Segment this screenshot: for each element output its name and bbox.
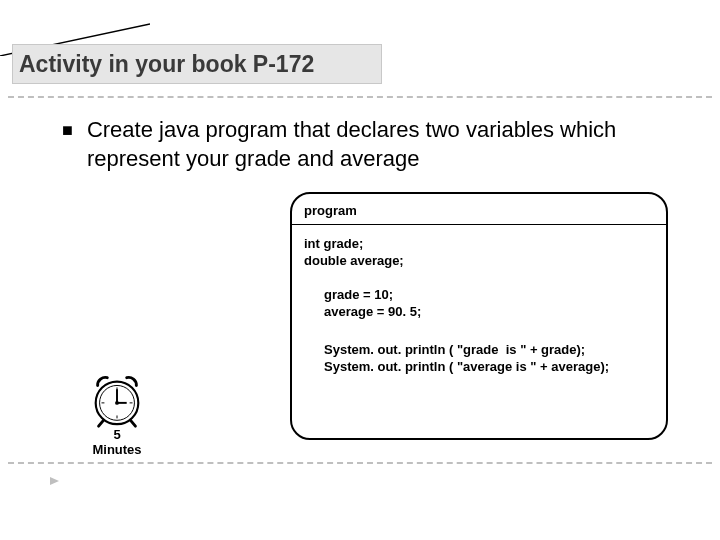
slide-title: Activity in your book P-172 xyxy=(19,51,314,78)
svg-point-5 xyxy=(115,401,119,405)
bullet-item: ■ Create java program that declares two … xyxy=(62,116,680,173)
code-print2: System. out. println ( "average is " + a… xyxy=(304,358,654,376)
divider-bottom xyxy=(8,462,712,464)
svg-line-6 xyxy=(99,420,104,426)
svg-marker-12 xyxy=(50,477,59,485)
code-decl1: int grade; xyxy=(304,235,654,253)
timer-label: 5 Minutes xyxy=(82,428,152,458)
timer-line1: 5 xyxy=(82,428,152,443)
footer-arrow-icon xyxy=(48,474,62,488)
bullet-marker-icon: ■ xyxy=(62,120,73,141)
svg-line-7 xyxy=(131,420,136,426)
code-box: program int grade; double average; grade… xyxy=(290,192,668,440)
timer-line2: Minutes xyxy=(82,443,152,458)
title-bar: Activity in your book P-172 xyxy=(12,44,382,84)
timer-group: 5 Minutes xyxy=(82,368,152,458)
code-divider xyxy=(292,224,666,225)
code-decl2: double average; xyxy=(304,252,654,270)
bullet-text: Create java program that declares two va… xyxy=(87,116,680,173)
code-assign2: average = 90. 5; xyxy=(304,303,654,321)
alarm-clock-icon xyxy=(86,368,148,430)
divider-top xyxy=(8,96,712,98)
code-print1: System. out. println ( "grade is " + gra… xyxy=(304,341,654,359)
code-header: program xyxy=(304,202,654,220)
code-assign1: grade = 10; xyxy=(304,286,654,304)
